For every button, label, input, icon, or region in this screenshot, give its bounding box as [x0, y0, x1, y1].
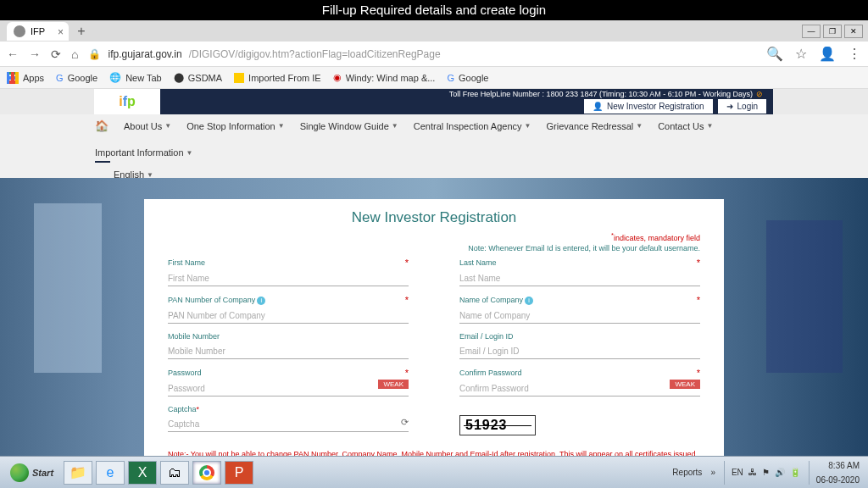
mobile-input[interactable]	[168, 344, 409, 359]
system-tray: Reports » EN 🖧 ⚑ 🔊 🔋 8:36 AM 06-09-2020	[672, 461, 865, 485]
captcha-refresh-icon[interactable]: ⟳	[401, 417, 409, 428]
browser-tab[interactable]: IFP ×	[7, 22, 69, 41]
taskbar-excel[interactable]: X	[128, 461, 157, 485]
profile-icon[interactable]: 👤	[819, 46, 836, 62]
tray-clock[interactable]: 8:36 AM 06-09-2020	[809, 461, 860, 485]
form-right-column: Last Name* Name of Companyi* Email / Log…	[459, 258, 700, 444]
mobile-label: Mobile Number	[168, 332, 220, 341]
captcha-label: Captcha	[168, 405, 197, 413]
bookmark-item[interactable]: GGoogle	[447, 73, 488, 83]
helpline-text: Toll Free HelpLine Number : 1800 233 184…	[446, 89, 766, 99]
form-left-column: First Name* PAN Number of Companyi* Mobi…	[168, 258, 409, 444]
tray-reports[interactable]: Reports	[672, 468, 702, 477]
start-button[interactable]: Start	[3, 460, 60, 485]
email-input[interactable]	[459, 344, 700, 359]
bookmark-star-icon[interactable]: ☆	[795, 46, 807, 62]
captcha-input[interactable]	[168, 417, 409, 432]
info-icon[interactable]: i	[525, 297, 533, 305]
windows-taskbar: Start 📁 e X 🗂 P Reports » EN 🖧 ⚑ 🔊 🔋 8:3…	[0, 456, 868, 488]
site-logo[interactable]: ifp	[94, 89, 160, 114]
kebab-menu-icon[interactable]: ⋮	[848, 46, 861, 62]
new-tab-button[interactable]: +	[77, 24, 85, 39]
password-label: Password	[168, 369, 202, 377]
alert-icon: ⊘	[756, 90, 763, 98]
chevron-down-icon: ▼	[164, 122, 171, 130]
password-input[interactable]	[168, 381, 409, 396]
bookmark-label: Imported From IE	[248, 73, 321, 83]
site-header: ifp Toll Free HelpLine Number : 1800 233…	[95, 89, 773, 114]
tray-flag-icon[interactable]: ⚑	[762, 468, 770, 477]
email-label: Email / Login ID	[459, 332, 514, 341]
confirm-password-strength-badge: WEAK	[670, 380, 700, 389]
tray-language[interactable]: EN	[732, 468, 743, 477]
lock-icon: 🔒	[88, 48, 101, 60]
window-controls: — ❐ ✕	[802, 25, 863, 38]
first-name-input[interactable]	[168, 271, 409, 286]
company-input[interactable]	[459, 308, 700, 324]
login-icon: ➜	[726, 102, 733, 111]
home-icon[interactable]: 🏠	[95, 119, 108, 132]
nav-one-stop-information[interactable]: One Stop Information▼	[186, 121, 284, 131]
close-button[interactable]: ✕	[844, 25, 863, 38]
nav-about-us[interactable]: About Us▼	[124, 121, 171, 131]
info-icon[interactable]: i	[257, 297, 265, 305]
minimize-button[interactable]: —	[802, 25, 821, 38]
mandatory-note: *indicates, mandatory field	[168, 231, 700, 242]
bookmark-label: Windy: Wind map &...	[346, 73, 436, 83]
email-default-note: Note: Whenever Email Id is entered, it w…	[168, 244, 700, 252]
nav-single-window-guide[interactable]: Single Window Guide▼	[300, 121, 398, 131]
url-field[interactable]: 🔒 ifp.gujarat.gov.in/DIGIGOV/digigov.htm…	[88, 48, 756, 60]
reload-button[interactable]: ⟳	[51, 47, 61, 61]
apps-button[interactable]: Apps	[7, 72, 44, 84]
chevron-down-icon: ▼	[392, 122, 398, 130]
bookmark-label: Google	[68, 73, 97, 83]
nav-grievance-redressal[interactable]: Grievance Redressal▼	[546, 121, 643, 131]
bookmarks-bar: Apps GGoogle 🌐New Tab ⬤GSDMA Imported Fr…	[0, 67, 868, 89]
nav-central-inspection-agency[interactable]: Central Inspection Agency▼	[414, 121, 531, 131]
bookmark-item[interactable]: 🌐New Tab	[109, 72, 162, 83]
apps-grid-icon	[7, 72, 19, 84]
search-icon[interactable]: 🔍	[766, 46, 783, 62]
new-investor-registration-button[interactable]: 👤New Investor Registration	[584, 99, 713, 114]
tab-strip: IFP × +	[0, 20, 868, 42]
confirm-password-input[interactable]	[459, 381, 700, 396]
nav-contact-us[interactable]: Contact Us▼	[658, 121, 713, 131]
taskbar-file-explorer[interactable]: 🗂	[160, 461, 189, 485]
slide-title: Fill-up Required details and create logi…	[0, 0, 868, 20]
tray-network-icon[interactable]: 🖧	[748, 468, 757, 477]
bookmark-item[interactable]: Imported From IE	[234, 73, 321, 83]
tray-volume-icon[interactable]: 🔊	[775, 468, 785, 477]
taskbar-ie[interactable]: e	[96, 461, 125, 485]
taskbar-powerpoint[interactable]: P	[225, 461, 253, 485]
pan-input[interactable]	[168, 308, 409, 324]
form-title: New Investor Registration	[168, 209, 700, 226]
maximize-button[interactable]: ❐	[823, 25, 842, 38]
registration-form: New Investor Registration *indicates, ma…	[144, 199, 724, 456]
page-viewport: ifp Toll Free HelpLine Number : 1800 233…	[0, 89, 868, 456]
form-warning-note: Note:- You will not be able to change PA…	[168, 449, 700, 456]
tab-close-icon[interactable]: ×	[58, 26, 64, 38]
tray-overflow-icon[interactable]: »	[710, 468, 715, 477]
bookmark-item[interactable]: ⬤GSDMA	[174, 72, 222, 83]
nav-important-information[interactable]: Important Information▼	[95, 147, 192, 158]
login-button[interactable]: ➜Login	[718, 99, 766, 114]
tab-title: IFP	[31, 26, 45, 36]
tab-favicon	[14, 25, 25, 37]
pan-label: PAN Number of Company	[168, 296, 255, 304]
last-name-input[interactable]	[459, 271, 700, 286]
windows-orb-icon	[10, 463, 29, 482]
browser-window: — ❐ ✕ IFP × + ← → ⟳ ⌂ 🔒 ifp.gujarat.gov.…	[0, 20, 868, 456]
url-path: /DIGIGOV/digigov.htm?actionFlag=loadCiti…	[189, 48, 441, 60]
bookmark-item[interactable]: GGoogle	[56, 73, 97, 83]
home-button[interactable]: ⌂	[71, 47, 78, 61]
first-name-label: First Name	[168, 258, 205, 267]
taskbar-explorer[interactable]: 📁	[64, 461, 92, 485]
bookmark-label: New Tab	[125, 73, 162, 83]
bookmark-label: Google	[459, 73, 488, 83]
forward-button[interactable]: →	[29, 47, 41, 61]
taskbar-chrome[interactable]	[192, 461, 221, 485]
tray-battery-icon[interactable]: 🔋	[790, 468, 800, 477]
back-button[interactable]: ←	[7, 47, 19, 61]
bookmark-item[interactable]: ◉Windy: Wind map &...	[333, 72, 436, 83]
site-nav: 🏠 About Us▼ One Stop Information▼ Single…	[0, 114, 868, 185]
